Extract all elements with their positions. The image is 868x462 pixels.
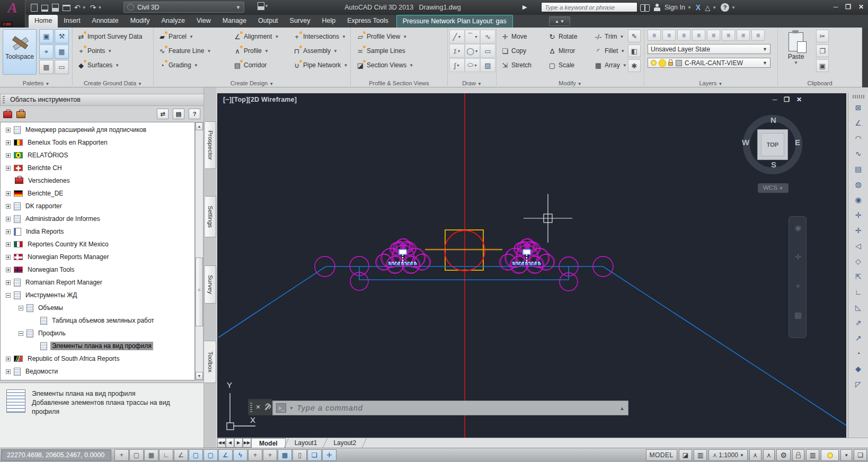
tab-contextual[interactable]: Pressure Network Plan Layout: gas bbox=[396, 15, 513, 28]
sample-lines-button[interactable]: ≍Sample Lines bbox=[356, 46, 405, 56]
next-tab-button[interactable]: ▶ bbox=[234, 438, 243, 448]
viewcube-east[interactable]: E bbox=[795, 138, 800, 147]
tree-item[interactable]: Объемы bbox=[1, 301, 194, 314]
search-input[interactable]: Type a keyword or phrase bbox=[541, 2, 637, 12]
assembly-button[interactable]: ⊓Assembly▼ bbox=[293, 46, 338, 56]
wrench-icon[interactable] bbox=[264, 404, 270, 411]
layer-isolate-button[interactable]: ≡ bbox=[677, 30, 690, 41]
parcel-report-button[interactable]: ⊠ bbox=[852, 101, 865, 114]
panel-label[interactable]: Palettes ▼ bbox=[0, 80, 72, 86]
annotation-visibility-button[interactable]: ⋏ bbox=[749, 449, 761, 461]
toolbar-lock-button[interactable] bbox=[792, 449, 804, 461]
grip-icon[interactable] bbox=[250, 403, 252, 412]
layer-dropdown[interactable]: C-RAIL-CANT-VIEW▼ bbox=[648, 58, 770, 68]
collapse-icon[interactable] bbox=[19, 306, 23, 310]
clean-screen-button[interactable]: ❏ bbox=[854, 449, 867, 461]
3d-mirror-button[interactable]: ◧ bbox=[628, 45, 641, 57]
tree-item[interactable]: India Reports bbox=[1, 225, 194, 238]
scroll-up-button[interactable]: ▲ bbox=[196, 122, 203, 130]
toggle-transparency[interactable]: ▦ bbox=[278, 449, 292, 461]
panel-label[interactable]: Layers ▼ bbox=[644, 80, 777, 86]
tab-layout1[interactable]: Layout1 bbox=[287, 438, 325, 448]
command-input[interactable]: Type a command bbox=[297, 404, 363, 412]
tree-scrollbar[interactable]: ▲ ▼ bbox=[195, 122, 203, 380]
expand-icon[interactable] bbox=[6, 191, 11, 196]
expand-icon[interactable] bbox=[6, 229, 11, 234]
trim-button[interactable]: -/-Trim▼ bbox=[594, 31, 624, 42]
new-file-icon[interactable] bbox=[31, 4, 38, 12]
tree-item[interactable]: Norwegian Tools bbox=[1, 263, 194, 276]
toggle-dynamic-ucs[interactable]: ϟ bbox=[233, 449, 247, 461]
panel-label[interactable]: Create Design ▼ bbox=[154, 80, 350, 86]
coordinates-display[interactable]: 22270.4698, 20605.2467, 0.0000 bbox=[1, 449, 111, 461]
help-button[interactable]: ? bbox=[189, 109, 200, 119]
circle-report-button[interactable]: ◔ bbox=[852, 346, 865, 360]
rotate-button[interactable]: ↻Rotate bbox=[548, 31, 577, 42]
chevron-down-icon[interactable]: ▼ bbox=[687, 5, 692, 10]
explode-button[interactable]: ✱ bbox=[628, 59, 641, 72]
toolspace-grip[interactable] bbox=[3, 96, 5, 103]
ribbon-minimize-button[interactable]: ▲ ▼ bbox=[549, 16, 570, 26]
palette-toggle-1[interactable]: ⚒ bbox=[55, 29, 69, 43]
match-properties-button[interactable]: ✎ bbox=[628, 30, 641, 42]
toolspace-tab-prospector[interactable]: Prospector bbox=[205, 121, 216, 169]
workspace-switching-button[interactable]: ⚙ bbox=[776, 449, 791, 461]
scroll-thumb[interactable] bbox=[196, 257, 203, 326]
toolbar-grip[interactable] bbox=[853, 95, 864, 99]
toggle-grid-display[interactable]: ▦ bbox=[144, 449, 158, 461]
palette-toggle-0[interactable]: ▣ bbox=[39, 29, 54, 43]
print-icon[interactable] bbox=[63, 5, 70, 11]
viewcube-top-face[interactable]: TOP bbox=[757, 129, 788, 160]
qat-extra[interactable]: ▼ bbox=[258, 2, 269, 10]
divide-tool-button[interactable]: ⁒▼ bbox=[449, 44, 465, 58]
viewcube-west[interactable]: W bbox=[742, 138, 749, 147]
status-menu-button[interactable]: ▼ bbox=[840, 449, 852, 461]
chevron-down-icon[interactable]: ▼ bbox=[82, 5, 86, 10]
close-icon[interactable]: ✕ bbox=[255, 404, 260, 411]
profile-button[interactable]: ∧Profile▼ bbox=[233, 46, 269, 56]
section-views-button[interactable]: ◪Section Views▼ bbox=[356, 60, 413, 70]
toolspace-button[interactable]: Toolspace bbox=[3, 29, 37, 75]
wcs-dropdown[interactable]: WCS ▼ bbox=[758, 183, 789, 193]
tree-item[interactable]: Norwegian Reports Manager bbox=[1, 251, 194, 263]
tree-item[interactable]: Reportes Country Kit Mexico bbox=[1, 238, 194, 251]
scale-button[interactable]: ▢Scale bbox=[548, 60, 574, 70]
expand-icon[interactable] bbox=[6, 242, 11, 247]
last-tab-button[interactable]: ▶▶ bbox=[243, 438, 251, 448]
section-report-button[interactable]: ◸ bbox=[852, 377, 865, 390]
toggle-ortho-mode[interactable]: ∟ bbox=[159, 449, 173, 461]
auto-annotation-button[interactable]: ⋏ bbox=[763, 449, 775, 461]
collapse-icon[interactable] bbox=[6, 293, 11, 298]
nav-icon-3[interactable]: ▦ bbox=[789, 310, 807, 320]
palette-toggle-4[interactable]: ▩ bbox=[39, 60, 54, 74]
tab-manage[interactable]: Manage bbox=[217, 15, 252, 28]
drawing-status-bar-menu-button[interactable] bbox=[821, 449, 839, 461]
command-line[interactable]: >_ ▼ Type a command ▲ bbox=[272, 401, 628, 415]
layer-freeze-button[interactable]: ≡ bbox=[707, 30, 720, 41]
intersections-button[interactable]: +Intersections▼ bbox=[293, 31, 346, 42]
layer-match-button[interactable]: ≡ bbox=[737, 30, 750, 41]
tree-item[interactable]: DK rapporter bbox=[1, 200, 194, 212]
scroll-down-button[interactable]: ▼ bbox=[196, 372, 203, 380]
palette-toggle-5[interactable]: ▭ bbox=[55, 60, 69, 74]
mirror-button[interactable]: ΔMirror bbox=[548, 46, 575, 56]
alignment-report-button[interactable]: ∠ bbox=[852, 116, 865, 129]
toggle-selection-cycling[interactable]: ❏ bbox=[307, 449, 322, 461]
polyline-tool-button[interactable]: ∿ bbox=[480, 30, 495, 43]
undo-icon[interactable]: ↶ bbox=[74, 3, 81, 12]
arrow-report-button[interactable]: ⇗ bbox=[852, 316, 865, 329]
exchange-apps-icon[interactable]: X bbox=[696, 3, 701, 12]
toggle-annotation-monitor[interactable]: ✛ bbox=[322, 449, 336, 461]
navigation-bar[interactable]: ◉✛⌖▦ bbox=[789, 216, 807, 338]
paste-button[interactable]: Paste▼ bbox=[782, 29, 810, 75]
globe-report-button[interactable]: ◉ bbox=[852, 193, 865, 206]
workspace-dropdown[interactable]: Civil 3D ▼ bbox=[123, 2, 244, 13]
close-button[interactable]: ✕ bbox=[858, 3, 864, 11]
spline-tool-button[interactable]: ʃ▼ bbox=[449, 58, 465, 72]
tree-item[interactable]: RELATÓRIOS bbox=[1, 149, 194, 162]
rectangle-tool-button[interactable]: ▭ bbox=[480, 44, 495, 58]
minimize-button[interactable]: ─ bbox=[834, 3, 838, 11]
tree-item[interactable]: Verschiedenes bbox=[1, 174, 194, 187]
first-tab-button[interactable]: ◀◀ bbox=[217, 438, 226, 448]
title-flyout-arrow[interactable]: ▶ bbox=[522, 4, 527, 11]
